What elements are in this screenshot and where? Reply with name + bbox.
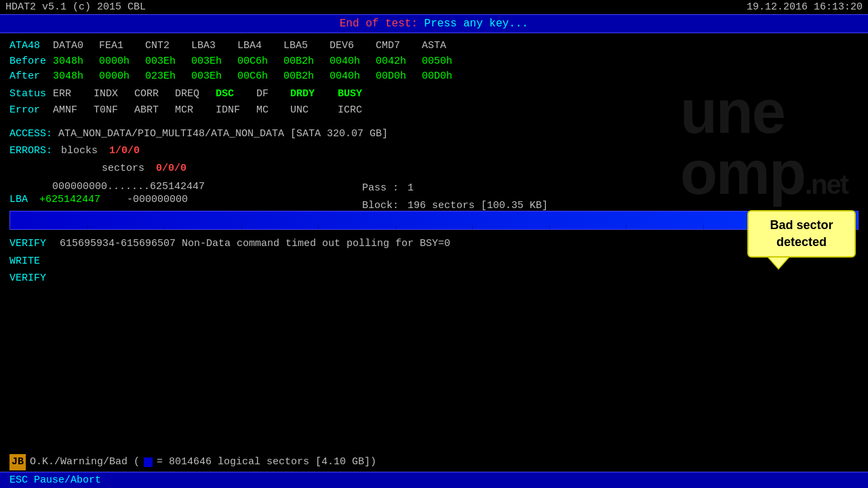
access-value: ATA_NON_DATA/PIO_MULTI48/ATA_NON_DATA [S… <box>58 128 388 140</box>
top-bar: HDAT2 v5.1 (c) 2015 CBL 19.12.2016 16:13… <box>0 0 868 14</box>
ata-col-cmd7: CMD7 <box>376 39 422 54</box>
range-area: 000000000.......625142447 Pass : 1 Block… <box>9 181 859 205</box>
ata-after-cnt2: 023Eh <box>145 69 191 85</box>
ata-before-lba3: 003Eh <box>191 54 237 70</box>
ok-text: O.K./Warning/Bad ( <box>30 454 140 470</box>
ata-before-lba4: 00C6h <box>237 54 283 70</box>
ata-col-fea1: FEA1 <box>99 39 145 54</box>
ata-after-fea1: 0000h <box>99 69 145 85</box>
pass-value: 1 <box>408 182 414 194</box>
error-icrc: ICRC <box>338 102 378 119</box>
ata-col-data0: DATA0 <box>53 39 99 54</box>
pass-line: Pass : 1 <box>362 180 548 197</box>
status-dreq: DREQ <box>175 86 216 102</box>
ata-col-ata48: ATA48 <box>9 39 53 54</box>
error-label: Error <box>9 102 53 119</box>
progress-bar-section: ► <box>9 211 859 230</box>
errors-sectors-label: sectors <box>102 163 144 174</box>
log-verify-text: 615695934-615696507 Non-Data command tim… <box>60 238 450 249</box>
ata-header-row: ATA48 DATA0 FEA1 CNT2 LBA3 LBA4 LBA5 DEV… <box>9 39 859 54</box>
status-df: DF <box>256 86 290 102</box>
ata-after-lba4: 00C6h <box>237 69 283 85</box>
errors-line: ERRORS: blocks 1/0/0 <box>9 142 859 160</box>
tooltip-arrow-wrapper <box>747 258 856 270</box>
errors-sectors-value: 0/0/0 <box>156 163 186 174</box>
log-section: VERIFY 615695934-615696507 Non-Data comm… <box>0 232 868 290</box>
progress-bar-container: ► <box>9 211 859 230</box>
ata-col-asta: ASTA <box>422 39 471 54</box>
lba-minus: -000000000 <box>127 194 188 205</box>
tooltip-box: Bad sector detected <box>747 210 856 258</box>
ata-after-label: After <box>9 69 53 85</box>
access-line: ACCESS: ATA_NON_DATA/PIO_MULTI48/ATA_NON… <box>9 125 859 143</box>
range-from <box>9 181 46 192</box>
log-verify-line: VERIFY 615695934-615696507 Non-Data comm… <box>9 235 859 253</box>
ata-before-dev6: 0040h <box>330 54 376 70</box>
status-indx: INDX <box>94 86 134 102</box>
ata-after-row: After 3048h 0000h 023Eh 003Eh 00C6h 00B2… <box>9 69 859 85</box>
blue-box-icon <box>144 458 153 467</box>
banner-end-label: End of test: <box>340 18 418 30</box>
ata-after-lba3: 003Eh <box>191 69 237 85</box>
ata-after-data0: 3048h <box>53 69 99 85</box>
ata-after-dev6: 0040h <box>330 69 376 85</box>
tooltip-arrow-inner <box>769 258 788 268</box>
screen: HDAT2 v5.1 (c) 2015 CBL 19.12.2016 16:13… <box>0 0 868 488</box>
log-verify-label: VERIFY <box>9 235 54 253</box>
ata-before-label: Before <box>9 54 53 70</box>
block-label: Block: <box>362 200 399 211</box>
ata-after-lba5: 00B2h <box>283 69 330 85</box>
status-row: Status ERR INDX CORR DREQ DSC DF DRDY BU… <box>9 86 859 102</box>
error-t0nf: T0NF <box>94 102 134 119</box>
lba-label: LBA <box>9 194 28 205</box>
errors-blocks-value: 1/0/0 <box>109 145 140 157</box>
ata-col-lba4: LBA4 <box>237 39 283 54</box>
ata-before-lba5: 00B2h <box>283 54 330 70</box>
status-corr: CORR <box>134 86 175 102</box>
access-label: ACCESS: <box>9 128 52 140</box>
ata-before-cmd7: 0042h <box>376 54 422 70</box>
error-abrt: ABRT <box>134 102 175 119</box>
error-unc: UNC <box>290 102 338 119</box>
status-label: Status <box>9 86 53 102</box>
tooltip-line2: detected <box>776 235 827 249</box>
block-value: 196 sectors [100.35 KB] <box>408 200 548 211</box>
error-row: Error AMNF T0NF ABRT MCR IDNF MC UNC ICR… <box>9 102 859 119</box>
errors-blocks-label: blocks <box>61 145 98 157</box>
ata-col-cnt2: CNT2 <box>145 39 191 54</box>
banner: End of test: Press any key... <box>0 14 868 33</box>
bottom-bar: JB O.K./Warning/Bad ( = 8014646 logical … <box>0 453 868 488</box>
error-mc: MC <box>256 102 290 119</box>
error-idnf: IDNF <box>216 102 256 119</box>
ata-col-lba3: LBA3 <box>191 39 237 54</box>
main-content: ATA48 DATA0 FEA1 CNT2 LBA3 LBA4 LBA5 DEV… <box>0 33 868 211</box>
ata-after-asta: 00D0h <box>422 69 471 85</box>
ata-before-fea1: 0000h <box>99 54 145 70</box>
log-write-label: WRITE <box>9 253 54 270</box>
banner-message: Press any key... <box>418 18 528 30</box>
datetime: 19.12.2016 16:13:20 <box>747 1 863 13</box>
status-drdy: DRDY <box>290 86 338 102</box>
status-dsc: DSC <box>216 86 256 102</box>
ata-after-cmd7: 00D0h <box>376 69 422 85</box>
errors-label: ERRORS: <box>9 145 52 157</box>
log-verify2-line: VERIFY <box>9 270 859 287</box>
ata-col-dev6: DEV6 <box>330 39 376 54</box>
esc-bar[interactable]: ESC Pause/Abort <box>0 472 868 488</box>
error-amnf: AMNF <box>53 102 94 119</box>
pass-label: Pass : <box>362 182 399 194</box>
log-write-line: WRITE <box>9 253 859 270</box>
ata-before-data0: 3048h <box>53 54 99 70</box>
ata-before-cnt2: 003Eh <box>145 54 191 70</box>
ata-col-lba5: LBA5 <box>283 39 330 54</box>
status-busy: BUSY <box>338 86 378 102</box>
eq-text: = 8014646 logical sectors [4.10 GB]) <box>157 454 376 470</box>
range-display: 000000000.......625142447 <box>52 181 205 192</box>
status-err: ERR <box>53 86 94 102</box>
access-section: ACCESS: ATA_NON_DATA/PIO_MULTI48/ATA_NON… <box>9 125 859 178</box>
tooltip-line1: Bad sector <box>770 218 833 232</box>
errors-sectors-line: sectors 0/0/0 <box>102 160 859 178</box>
jb-badge: JB <box>9 454 26 470</box>
ata-before-row: Before 3048h 0000h 003Eh 003Eh 00C6h 00B… <box>9 54 859 70</box>
lba-plus: +625142447 <box>39 194 100 205</box>
